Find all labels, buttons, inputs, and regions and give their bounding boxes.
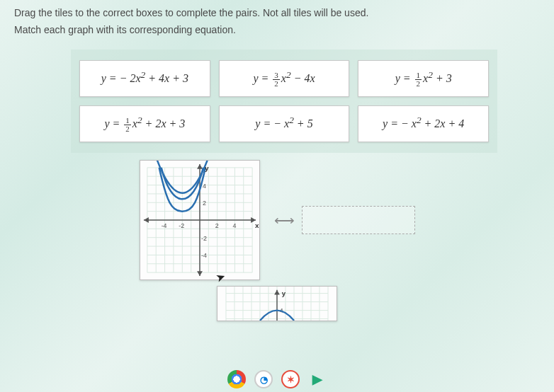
svg-text:y: y bbox=[282, 290, 286, 298]
pair-arrow-1: ⟷ bbox=[274, 206, 415, 234]
graph-1-svg: y x 4 2 -2 -4 -4 -2 2 4 bbox=[140, 161, 259, 279]
svg-marker-31 bbox=[197, 271, 203, 276]
svg-marker-30 bbox=[197, 164, 203, 169]
double-arrow-icon: ⟷ bbox=[274, 212, 295, 229]
svg-text:-2: -2 bbox=[200, 235, 206, 242]
svg-text:-4: -4 bbox=[200, 253, 206, 260]
taskbar: ◔ ✶ ▶ bbox=[0, 367, 554, 392]
play-icon[interactable]: ▶ bbox=[308, 370, 327, 388]
eq-text: y = 32x2 − 4x bbox=[253, 72, 315, 84]
eq-text: y = − 2x2 + 4x + 3 bbox=[101, 72, 188, 84]
svg-text:y: y bbox=[204, 164, 208, 172]
graph-2-svg: y 4 bbox=[217, 287, 337, 321]
tile-eq-4[interactable]: y = 12x2 + 2x + 3 bbox=[79, 105, 210, 142]
graph-pair-1: y x 4 2 -2 -4 -4 -2 2 4 ⟷ bbox=[140, 160, 415, 280]
tiles-row-2: y = 12x2 + 2x + 3 y = − x2 + 5 y = − x2 … bbox=[79, 105, 489, 142]
graph-pair-2: y 4 bbox=[217, 286, 337, 321]
tile-eq-5[interactable]: y = − x2 + 5 bbox=[219, 105, 350, 142]
eq-text: y = − x2 + 2x + 4 bbox=[383, 117, 464, 129]
svg-text:-2: -2 bbox=[179, 222, 184, 229]
eq-text: y = 12x2 + 2x + 3 bbox=[104, 117, 185, 129]
tile-eq-2[interactable]: y = 32x2 − 4x bbox=[219, 60, 350, 97]
svg-text:x: x bbox=[255, 221, 259, 229]
graphs-area: y x 4 2 -2 -4 -4 -2 2 4 ⟷ bbox=[0, 160, 554, 321]
svg-text:-4: -4 bbox=[161, 222, 166, 229]
svg-text:2: 2 bbox=[202, 200, 205, 207]
tiles-container: y = − 2x2 + 4x + 3 y = 32x2 − 4x y = 12x… bbox=[71, 50, 497, 153]
svg-marker-29 bbox=[143, 217, 148, 223]
eq-text: y = 12x2 + 3 bbox=[395, 72, 452, 84]
tile-eq-3[interactable]: y = 12x2 + 3 bbox=[358, 60, 489, 97]
svg-text:2: 2 bbox=[215, 222, 218, 229]
tile-eq-6[interactable]: y = − x2 + 2x + 4 bbox=[358, 105, 489, 142]
svg-marker-60 bbox=[274, 290, 280, 295]
app-icon[interactable]: ◔ bbox=[254, 370, 273, 388]
tiles-row-1: y = − 2x2 + 4x + 3 y = 32x2 − 4x y = 12x… bbox=[79, 60, 489, 97]
eq-text: y = − x2 + 5 bbox=[255, 117, 312, 129]
chrome-icon[interactable] bbox=[227, 370, 246, 388]
instructions-text: Drag the tiles to the correct boxes to c… bbox=[0, 0, 554, 21]
tile-eq-1[interactable]: y = − 2x2 + 4x + 3 bbox=[79, 60, 210, 97]
game-icon[interactable]: ✶ bbox=[281, 370, 300, 388]
svg-text:4: 4 bbox=[232, 222, 236, 229]
graph-2[interactable]: y 4 bbox=[217, 286, 337, 321]
graph-1[interactable]: y x 4 2 -2 -4 -4 -2 2 4 bbox=[140, 160, 260, 280]
sub-instructions-text: Match each graph with its corresponding … bbox=[0, 21, 554, 42]
svg-text:4: 4 bbox=[202, 183, 205, 190]
drop-target-1[interactable] bbox=[302, 206, 415, 234]
